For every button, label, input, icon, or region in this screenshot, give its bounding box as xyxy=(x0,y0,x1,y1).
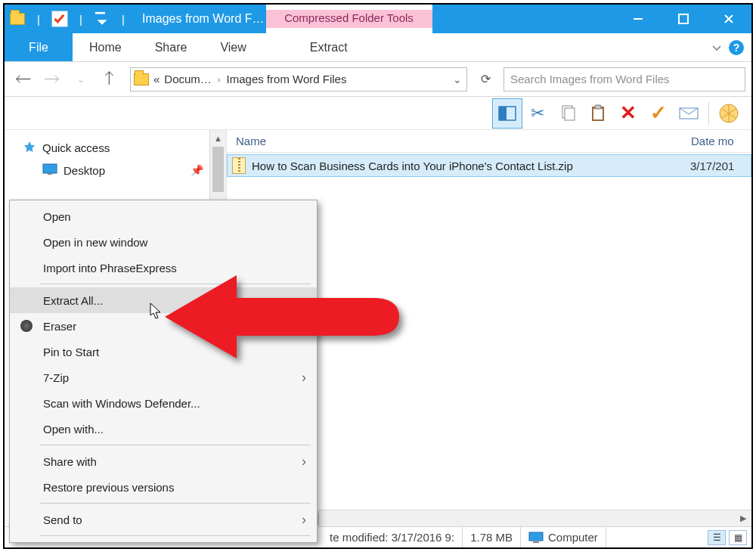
help-button[interactable]: ? xyxy=(729,40,744,55)
ctx-separator xyxy=(40,535,311,536)
submenu-caret-icon: › xyxy=(302,512,306,528)
breadcrumb-seg-1[interactable]: Docum… xyxy=(164,73,212,85)
new-mail-button[interactable] xyxy=(674,98,704,129)
ctx-scan-defender[interactable]: Scan with Windows Defender... xyxy=(10,390,317,416)
minimize-button[interactable] xyxy=(615,5,661,33)
address-input[interactable]: « Docum… › Images from Word Files ⌄ xyxy=(130,67,467,91)
file-name: How to Scan Business Cards into Your iPh… xyxy=(252,160,690,172)
preview-pane-button[interactable] xyxy=(492,98,522,129)
column-date[interactable]: Date mo xyxy=(691,135,751,147)
status-computer: Computer xyxy=(521,527,606,547)
svg-rect-12 xyxy=(48,173,52,175)
ctx-open-with[interactable]: Open with... xyxy=(10,416,317,442)
tab-share[interactable]: Share xyxy=(138,33,204,61)
qat-separator: | xyxy=(71,9,91,29)
ctx-restore-versions[interactable]: Restore previous versions xyxy=(10,474,317,500)
nav-forward-button[interactable]: 🡒 xyxy=(39,67,65,92)
contextual-tools-tab[interactable]: Compressed Folder Tools xyxy=(266,5,432,33)
delete-button[interactable]: ✕ xyxy=(613,98,643,129)
nav-quick-access-label: Quick access xyxy=(42,141,110,154)
tab-extract[interactable]: Extract xyxy=(293,33,364,61)
annotation-arrow xyxy=(165,275,399,358)
desktop-icon xyxy=(42,163,57,178)
context-menu: Open Open in new window Import into Phra… xyxy=(9,200,318,543)
tab-home[interactable]: Home xyxy=(73,33,138,61)
ctx-7zip[interactable]: 7-Zip› xyxy=(10,364,317,390)
ctx-separator xyxy=(40,445,311,445)
view-large-icons-button[interactable]: ▦ xyxy=(729,530,747,545)
contextual-tools-label: Compressed Folder Tools xyxy=(266,10,432,28)
nav-quick-access[interactable]: Quick access xyxy=(5,136,226,159)
refresh-button[interactable]: ⟳ xyxy=(475,72,496,86)
breadcrumb-seg-2[interactable]: Images from Word Files xyxy=(227,73,347,85)
ribbon-tabs: File Home Share View Extract ? xyxy=(5,33,751,62)
nav-desktop[interactable]: Desktop 📌 xyxy=(5,159,226,181)
file-row[interactable]: How to Scan Business Cards into Your iPh… xyxy=(227,154,751,177)
zip-file-icon xyxy=(232,157,246,174)
qat-checklist-icon[interactable] xyxy=(50,9,70,29)
ribbon-collapse-icon[interactable] xyxy=(711,42,723,54)
search-input[interactable]: Search Images from Word Files xyxy=(503,67,745,91)
qat-dropdown-icon[interactable] xyxy=(92,9,112,29)
view-details-button[interactable]: ☰ xyxy=(708,530,726,545)
folder-icon xyxy=(134,73,149,85)
ctx-separator xyxy=(40,503,311,504)
tab-file[interactable]: File xyxy=(5,33,73,61)
column-headers[interactable]: Name Date mo xyxy=(227,130,751,153)
scroll-up-icon[interactable]: ▲ xyxy=(210,130,226,147)
svg-rect-14 xyxy=(533,541,539,543)
search-placeholder: Search Images from Word Files xyxy=(510,73,670,85)
window-title: Images from Word F… xyxy=(136,5,265,33)
svg-rect-1 xyxy=(95,12,105,14)
svg-rect-8 xyxy=(595,105,601,109)
breadcrumb-caret[interactable]: › xyxy=(216,75,222,84)
address-history-dropdown[interactable]: ⌄ xyxy=(451,73,463,85)
nav-up-button[interactable]: 🡑 xyxy=(97,67,122,92)
nav-recent-dropdown[interactable]: ⌄ xyxy=(68,67,94,92)
pin-icon: 📌 xyxy=(191,164,203,176)
toolbar-separator xyxy=(708,102,709,125)
close-button[interactable] xyxy=(706,5,751,33)
submenu-caret-icon: › xyxy=(302,370,306,386)
svg-rect-11 xyxy=(43,164,57,173)
maximize-button[interactable] xyxy=(661,5,706,33)
explorer-icon xyxy=(8,9,27,29)
titlebar: | | | Images from Word F… Compressed Fol… xyxy=(5,5,751,33)
status-size: 1.78 MB xyxy=(463,527,521,547)
copy-button[interactable] xyxy=(553,98,583,129)
nav-desktop-label: Desktop xyxy=(64,164,105,177)
rename-button[interactable]: ✓ xyxy=(643,98,674,129)
scroll-thumb[interactable] xyxy=(212,147,224,192)
column-name[interactable]: Name xyxy=(236,135,691,147)
cut-button[interactable]: ✂ xyxy=(522,98,553,129)
star-icon xyxy=(23,141,36,154)
ctx-share-with[interactable]: Share with› xyxy=(10,448,317,474)
ctx-open[interactable]: Open xyxy=(10,203,317,229)
scroll-right-icon[interactable]: ▶ xyxy=(735,513,751,523)
tab-view[interactable]: View xyxy=(203,33,262,61)
toolbar: ✂ ✕ ✓ xyxy=(5,97,751,130)
svg-rect-3 xyxy=(499,107,507,120)
qat-separator: | xyxy=(29,9,48,29)
address-bar: 🡐 🡒 ⌄ 🡑 « Docum… › Images from Word File… xyxy=(5,62,751,97)
ctx-open-new-window[interactable]: Open in new window xyxy=(10,229,317,255)
svg-rect-7 xyxy=(593,109,603,119)
mouse-cursor xyxy=(150,302,163,321)
qat-separator: | xyxy=(113,9,133,29)
eraser-icon xyxy=(19,318,34,333)
submenu-caret-icon: › xyxy=(302,454,306,470)
status-modified: te modified: 3/17/2016 9: xyxy=(322,527,463,547)
address-overflow: « xyxy=(153,73,160,85)
file-date: 3/17/201 xyxy=(690,160,751,172)
paste-button[interactable] xyxy=(583,98,613,129)
svg-rect-13 xyxy=(529,532,543,541)
shell-icon[interactable] xyxy=(714,98,744,129)
svg-rect-5 xyxy=(565,108,575,120)
ctx-send-to[interactable]: Send to› xyxy=(10,507,317,532)
nav-back-button[interactable]: 🡐 xyxy=(11,67,36,92)
